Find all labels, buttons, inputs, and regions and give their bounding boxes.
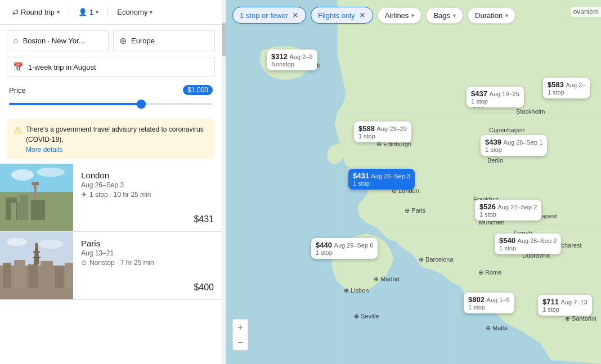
stop-filter-chip[interactable]: 1 stop or fewer ✕ bbox=[232, 7, 306, 24]
marker-rome-price: $802 Aug 1–9 bbox=[468, 295, 510, 304]
marker-santorini-stops: 1 stop bbox=[542, 306, 587, 313]
duration-filter-chip[interactable]: Duration ▾ bbox=[468, 7, 515, 24]
airlines-filter-label: Airlines bbox=[385, 11, 409, 20]
marker-oslo[interactable]: $437 Aug 19–25 1 stop bbox=[467, 87, 524, 107]
flights-filter-label: Flights only bbox=[318, 11, 355, 20]
marker-santorini[interactable]: $711 Aug 7–13 1 stop bbox=[538, 295, 592, 316]
airlines-filter-chip[interactable]: Airlines ▾ bbox=[378, 7, 422, 24]
bags-filter-label: Bags bbox=[433, 11, 450, 20]
marker-reykjavik[interactable]: $312 Aug 2–9 Nonstop bbox=[267, 50, 317, 70]
price-slider[interactable] bbox=[9, 97, 213, 111]
search-inputs: ○ Boston · New Yor... ⊕ Europe bbox=[0, 25, 222, 55]
flight-card-london[interactable]: London Aug 26–Sep 3 ✈ 1 stop · 10 hr 25 … bbox=[0, 164, 222, 232]
zoom-out-button[interactable]: − bbox=[232, 335, 248, 350]
london-airline-icon: ✈ bbox=[81, 191, 87, 199]
flights-filter-chip[interactable]: Flights only ✕ bbox=[311, 7, 373, 24]
svg-point-11 bbox=[37, 168, 65, 177]
swap-icon: ⇄ bbox=[12, 8, 19, 16]
marker-frankfurt[interactable]: $526 Aug 27–Sep 2 1 stop bbox=[475, 200, 541, 221]
marker-copenhagen[interactable]: $439 Aug 26–Sep 1 1 stop bbox=[481, 135, 547, 156]
svg-rect-16 bbox=[28, 264, 38, 288]
svg-rect-19 bbox=[65, 263, 73, 288]
marker-frankfurt-stops: 1 stop bbox=[479, 211, 537, 218]
class-button[interactable]: Economy ▾ bbox=[111, 5, 158, 20]
marker-london-stops: 1 stop bbox=[353, 180, 410, 187]
flight-card-paris[interactable]: Paris Aug 13–21 ⊙ Nonstop · 7 hr 25 min … bbox=[0, 232, 222, 300]
svg-rect-14 bbox=[3, 263, 11, 288]
svg-point-24 bbox=[38, 240, 63, 249]
advisory-content: There's a government travel advisory rel… bbox=[26, 124, 208, 154]
svg-rect-7 bbox=[32, 182, 39, 185]
date-input[interactable]: 📅 1-week trip in August bbox=[7, 57, 215, 77]
date-text: 1-week trip in August bbox=[28, 63, 96, 71]
marker-edinburgh-stops: 1 stop bbox=[358, 133, 407, 140]
slider-thumb[interactable] bbox=[137, 100, 146, 109]
divider-2 bbox=[107, 7, 108, 18]
map-filters: 1 stop or fewer ✕ Flights only ✕ Airline… bbox=[232, 7, 515, 24]
round-trip-button[interactable]: ⇄ Round trip ▾ bbox=[7, 5, 65, 20]
marker-ireland-price: $440 Aug 29–Sep 6 bbox=[316, 241, 373, 249]
duration-filter-label: Duration bbox=[475, 11, 503, 20]
passengers-label: 1 bbox=[89, 8, 93, 16]
svg-rect-6 bbox=[34, 183, 37, 200]
london-price: $431 bbox=[81, 214, 214, 224]
stop-filter-close[interactable]: ✕ bbox=[292, 11, 299, 20]
svg-point-23 bbox=[7, 238, 27, 246]
flights-filter-close[interactable]: ✕ bbox=[359, 11, 366, 20]
left-panel: ⇄ Round trip ▾ 👤 1 ▾ Economy ▾ ○ Boston … bbox=[0, 0, 222, 364]
paris-meta: ⊙ Nonstop · 7 hr 25 min bbox=[81, 259, 214, 267]
duration-chevron: ▾ bbox=[505, 12, 508, 19]
destination-input[interactable]: ⊕ Europe bbox=[113, 30, 215, 51]
svg-rect-9 bbox=[17, 202, 21, 220]
class-chevron: ▾ bbox=[150, 9, 153, 15]
divider-1 bbox=[69, 7, 69, 18]
advisory-banner: ⚠ There's a government travel advisory r… bbox=[7, 119, 215, 159]
origin-input[interactable]: ○ Boston · New Yor... bbox=[7, 30, 109, 51]
paris-price: $400 bbox=[81, 282, 214, 293]
warning-icon: ⚠ bbox=[14, 125, 21, 136]
top-bar: ⇄ Round trip ▾ 👤 1 ▾ Economy ▾ bbox=[0, 0, 222, 25]
marker-rome[interactable]: $802 Aug 1–9 1 stop bbox=[464, 293, 514, 313]
bags-filter-chip[interactable]: Bags ▾ bbox=[426, 7, 463, 24]
paris-image bbox=[0, 232, 73, 299]
destination-icon: ⊕ bbox=[119, 35, 127, 46]
paris-dates: Aug 13–21 bbox=[81, 249, 214, 257]
marker-oslo-price: $437 Aug 19–25 bbox=[471, 89, 519, 98]
price-section: Price $1,000 bbox=[0, 82, 222, 116]
edge-text: ovaniem bbox=[571, 7, 601, 17]
round-trip-label: Round trip bbox=[21, 8, 55, 16]
marker-helsinki[interactable]: $583 Aug 2– 1 stop bbox=[543, 78, 590, 98]
map-panel[interactable]: 1 stop or fewer ✕ Flights only ✕ Airline… bbox=[226, 0, 601, 364]
marker-london[interactable]: $431 Aug 26–Sep 3 1 stop bbox=[348, 169, 415, 190]
marker-edinburgh[interactable]: $588 Aug 23–29 1 stop bbox=[354, 122, 411, 142]
paris-airline-icon: ⊙ bbox=[81, 259, 87, 267]
marker-reykjavik-stops: Nonstop bbox=[271, 61, 313, 68]
calendar-icon: 📅 bbox=[13, 62, 24, 72]
marker-frankfurt-price: $526 Aug 27–Sep 2 bbox=[479, 203, 537, 211]
zoom-in-button[interactable]: + bbox=[232, 319, 248, 335]
slider-track bbox=[9, 103, 213, 105]
svg-rect-15 bbox=[14, 260, 25, 288]
passengers-button[interactable]: 👤 1 ▾ bbox=[73, 5, 104, 20]
advisory-link[interactable]: More details bbox=[26, 146, 208, 154]
marker-helsinki-stops: 1 stop bbox=[548, 89, 585, 96]
svg-point-10 bbox=[11, 169, 34, 181]
destination-text: Europe bbox=[131, 37, 155, 45]
paris-card-body: Paris Aug 13–21 ⊙ Nonstop · 7 hr 25 min … bbox=[73, 232, 222, 299]
slider-fill bbox=[9, 103, 141, 105]
paris-stops: Nonstop · 7 hr 25 min bbox=[89, 259, 154, 267]
stop-filter-label: 1 stop or fewer bbox=[240, 11, 288, 20]
paris-city: Paris bbox=[81, 239, 214, 248]
svg-rect-5 bbox=[48, 192, 65, 220]
london-meta: ✈ 1 stop · 10 hr 25 min bbox=[81, 191, 214, 199]
marker-zagreb[interactable]: $540 Aug 26–Sep 2 1 stop bbox=[495, 233, 561, 254]
advisory-text: There's a government travel advisory rel… bbox=[26, 125, 204, 143]
bags-chevron: ▾ bbox=[453, 12, 456, 19]
marker-oslo-stops: 1 stop bbox=[471, 98, 519, 105]
svg-rect-8 bbox=[11, 203, 16, 220]
london-city: London bbox=[81, 170, 214, 180]
date-row: 📅 1-week trip in August bbox=[0, 55, 222, 82]
person-icon: 👤 bbox=[78, 8, 87, 16]
svg-rect-17 bbox=[41, 261, 53, 288]
marker-ireland[interactable]: $440 Aug 29–Sep 6 1 stop bbox=[311, 238, 378, 259]
